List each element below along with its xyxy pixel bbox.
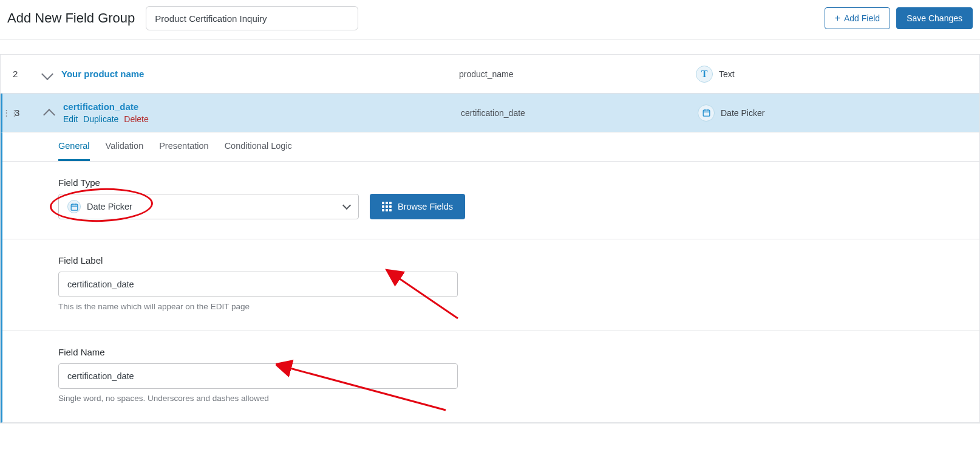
top-bar: Add New Field Group + Add Field Save Cha… <box>0 0 980 39</box>
setting-field-label: Field Label This is the name which will … <box>2 239 979 331</box>
plus-icon: + <box>835 13 840 24</box>
settings-tabs: General Validation Presentation Conditio… <box>2 132 979 162</box>
calendar-type-icon <box>698 105 715 122</box>
delete-link[interactable]: Delete <box>124 114 148 124</box>
field-label-heading: Field Label <box>58 255 924 266</box>
drag-handle-icon[interactable]: ⋮⋮ <box>2 108 15 117</box>
setting-field-type: Field Type Date Picker Browse Fields <box>2 162 979 239</box>
calendar-type-icon <box>67 200 81 213</box>
field-type-text: Text <box>719 69 735 79</box>
browse-fields-label: Browse Fields <box>398 202 453 211</box>
browse-fields-button[interactable]: Browse Fields <box>370 194 465 219</box>
edit-link[interactable]: Edit <box>63 114 78 124</box>
group-name-input[interactable] <box>146 6 358 30</box>
chevron-down-icon <box>342 201 351 210</box>
add-field-button[interactable]: + Add Field <box>825 7 891 29</box>
page-title: Add New Field Group <box>7 10 135 26</box>
tab-presentation[interactable]: Presentation <box>159 132 208 161</box>
field-label-link[interactable]: certification_date <box>63 101 461 112</box>
field-label-hint: This is the name which will appear on th… <box>58 302 924 311</box>
field-type-text: Date Picker <box>721 108 764 118</box>
field-settings-panel: General Validation Presentation Conditio… <box>1 132 979 423</box>
field-row-selected[interactable]: ⋮⋮ 3 certification_date Edit Duplicate D… <box>1 94 979 132</box>
save-changes-button[interactable]: Save Changes <box>896 7 973 29</box>
tab-conditional[interactable]: Conditional Logic <box>225 132 292 161</box>
field-name-text: product_name <box>459 69 696 79</box>
field-name-text: certification_date <box>461 108 698 118</box>
field-name-hint: Single word, no spaces. Underscores and … <box>58 394 924 403</box>
row-actions: Edit Duplicate Delete <box>63 114 461 124</box>
fields-list: ⋮⋮ 2 Your product name product_name T Te… <box>0 54 980 423</box>
text-type-icon: T <box>696 66 713 83</box>
chevron-down-icon[interactable] <box>41 68 53 80</box>
setting-field-name: Field Name Single word, no spaces. Under… <box>2 331 979 422</box>
grid-icon <box>382 202 392 211</box>
duplicate-link[interactable]: Duplicate <box>83 114 118 124</box>
field-name-heading: Field Name <box>58 347 924 357</box>
row-number: 3 <box>15 108 35 118</box>
field-type-select[interactable]: Date Picker <box>58 194 359 219</box>
field-label-link[interactable]: Your product name <box>61 69 459 79</box>
field-row[interactable]: ⋮⋮ 2 Your product name product_name T Te… <box>1 55 979 94</box>
add-field-label: Add Field <box>844 13 880 23</box>
svg-rect-4 <box>71 204 78 210</box>
field-label-input[interactable] <box>58 272 458 297</box>
tab-validation[interactable]: Validation <box>106 132 144 161</box>
svg-rect-0 <box>703 110 710 116</box>
field-name-input[interactable] <box>58 363 458 389</box>
row-number: 2 <box>13 69 33 79</box>
field-type-label: Field Type <box>58 177 924 188</box>
field-type-value: Date Picker <box>87 202 132 211</box>
chevron-up-icon[interactable] <box>43 109 55 121</box>
tab-general[interactable]: General <box>58 132 90 161</box>
